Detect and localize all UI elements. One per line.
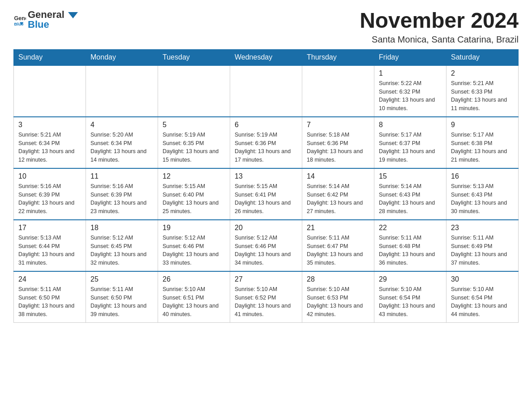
day-number: 25 bbox=[90, 275, 153, 283]
cell-week1-day2 bbox=[86, 65, 158, 117]
day-number: 28 bbox=[307, 275, 369, 283]
day-info: Sunrise: 5:22 AMSunset: 6:32 PMDaylight:… bbox=[379, 79, 442, 113]
cell-week3-day1: 10Sunrise: 5:16 AMSunset: 6:39 PMDayligh… bbox=[14, 168, 86, 220]
cell-week4-day5: 21Sunrise: 5:11 AMSunset: 6:47 PMDayligh… bbox=[302, 220, 374, 271]
cell-week4-day1: 17Sunrise: 5:13 AMSunset: 6:44 PMDayligh… bbox=[14, 220, 86, 271]
week-row-4: 17Sunrise: 5:13 AMSunset: 6:44 PMDayligh… bbox=[14, 220, 519, 271]
cell-week2-day7: 9Sunrise: 5:17 AMSunset: 6:38 PMDaylight… bbox=[446, 117, 519, 168]
day-info: Sunrise: 5:11 AMSunset: 6:47 PMDaylight:… bbox=[307, 234, 369, 267]
day-info: Sunrise: 5:10 AMSunset: 6:51 PMDaylight:… bbox=[163, 285, 225, 319]
cell-week5-day1: 24Sunrise: 5:11 AMSunset: 6:50 PMDayligh… bbox=[14, 271, 86, 323]
col-tuesday: Tuesday bbox=[158, 49, 230, 65]
cell-week3-day7: 16Sunrise: 5:13 AMSunset: 6:43 PMDayligh… bbox=[446, 168, 519, 220]
day-number: 6 bbox=[235, 121, 297, 129]
day-info: Sunrise: 5:12 AMSunset: 6:46 PMDaylight:… bbox=[235, 234, 297, 267]
cell-week1-day4 bbox=[230, 65, 302, 117]
cell-week4-day2: 18Sunrise: 5:12 AMSunset: 6:45 PMDayligh… bbox=[86, 220, 158, 271]
day-info: Sunrise: 5:11 AMSunset: 6:49 PMDaylight:… bbox=[451, 234, 514, 267]
cell-week2-day4: 6Sunrise: 5:19 AMSunset: 6:36 PMDaylight… bbox=[230, 117, 302, 168]
cell-week2-day3: 5Sunrise: 5:19 AMSunset: 6:35 PMDaylight… bbox=[158, 117, 230, 168]
day-info: Sunrise: 5:14 AMSunset: 6:43 PMDaylight:… bbox=[379, 182, 442, 216]
cell-week4-day3: 19Sunrise: 5:12 AMSunset: 6:46 PMDayligh… bbox=[158, 220, 230, 271]
day-number: 22 bbox=[379, 224, 442, 232]
page-header: General Blue General Blue November 2024 … bbox=[13, 9, 519, 45]
cell-week3-day6: 15Sunrise: 5:14 AMSunset: 6:43 PMDayligh… bbox=[374, 168, 446, 220]
logo-blue: Blue bbox=[28, 19, 78, 30]
day-info: Sunrise: 5:13 AMSunset: 6:44 PMDaylight:… bbox=[18, 234, 81, 267]
logo: General Blue General Blue bbox=[13, 9, 78, 31]
svg-text:Blue: Blue bbox=[14, 21, 24, 26]
cell-week5-day6: 29Sunrise: 5:10 AMSunset: 6:54 PMDayligh… bbox=[374, 271, 446, 323]
day-number: 7 bbox=[307, 121, 369, 129]
day-info: Sunrise: 5:17 AMSunset: 6:38 PMDaylight:… bbox=[451, 131, 514, 164]
day-info: Sunrise: 5:11 AMSunset: 6:50 PMDaylight:… bbox=[90, 285, 153, 319]
col-sunday: Sunday bbox=[14, 49, 86, 65]
cell-week1-day3 bbox=[158, 65, 230, 117]
cell-week1-day7: 2Sunrise: 5:21 AMSunset: 6:33 PMDaylight… bbox=[446, 65, 519, 117]
day-info: Sunrise: 5:20 AMSunset: 6:34 PMDaylight:… bbox=[90, 131, 153, 164]
title-block: November 2024 Santa Monica, Santa Catari… bbox=[360, 9, 519, 45]
col-friday: Friday bbox=[374, 49, 446, 65]
cell-week3-day5: 14Sunrise: 5:14 AMSunset: 6:42 PMDayligh… bbox=[302, 168, 374, 220]
logo-icon: General Blue bbox=[13, 13, 26, 26]
day-info: Sunrise: 5:10 AMSunset: 6:54 PMDaylight:… bbox=[379, 285, 442, 319]
day-number: 11 bbox=[90, 172, 153, 180]
day-number: 23 bbox=[451, 224, 514, 232]
cell-week1-day6: 1Sunrise: 5:22 AMSunset: 6:32 PMDaylight… bbox=[374, 65, 446, 117]
day-info: Sunrise: 5:15 AMSunset: 6:41 PMDaylight:… bbox=[235, 182, 297, 216]
cell-week4-day7: 23Sunrise: 5:11 AMSunset: 6:49 PMDayligh… bbox=[446, 220, 519, 271]
cell-week5-day4: 27Sunrise: 5:10 AMSunset: 6:52 PMDayligh… bbox=[230, 271, 302, 323]
day-number: 13 bbox=[235, 172, 297, 180]
day-info: Sunrise: 5:10 AMSunset: 6:53 PMDaylight:… bbox=[307, 285, 369, 319]
day-number: 14 bbox=[307, 172, 369, 180]
cell-week4-day6: 22Sunrise: 5:11 AMSunset: 6:48 PMDayligh… bbox=[374, 220, 446, 271]
day-number: 12 bbox=[163, 172, 225, 180]
cell-week2-day5: 7Sunrise: 5:18 AMSunset: 6:36 PMDaylight… bbox=[302, 117, 374, 168]
day-number: 15 bbox=[379, 172, 442, 180]
col-monday: Monday bbox=[86, 49, 158, 65]
day-number: 17 bbox=[18, 224, 81, 232]
cell-week3-day3: 12Sunrise: 5:15 AMSunset: 6:40 PMDayligh… bbox=[158, 168, 230, 220]
location: Santa Monica, Santa Catarina, Brazil bbox=[360, 34, 519, 45]
col-wednesday: Wednesday bbox=[230, 49, 302, 65]
cell-week3-day2: 11Sunrise: 5:16 AMSunset: 6:39 PMDayligh… bbox=[86, 168, 158, 220]
day-info: Sunrise: 5:17 AMSunset: 6:37 PMDaylight:… bbox=[379, 131, 442, 164]
day-info: Sunrise: 5:21 AMSunset: 6:33 PMDaylight:… bbox=[451, 79, 514, 113]
day-number: 5 bbox=[163, 121, 225, 129]
week-row-5: 24Sunrise: 5:11 AMSunset: 6:50 PMDayligh… bbox=[14, 271, 519, 323]
day-info: Sunrise: 5:21 AMSunset: 6:34 PMDaylight:… bbox=[18, 131, 81, 164]
day-info: Sunrise: 5:19 AMSunset: 6:36 PMDaylight:… bbox=[235, 131, 297, 164]
col-saturday: Saturday bbox=[446, 49, 519, 65]
day-number: 3 bbox=[18, 121, 81, 129]
day-info: Sunrise: 5:12 AMSunset: 6:45 PMDaylight:… bbox=[90, 234, 153, 267]
week-row-2: 3Sunrise: 5:21 AMSunset: 6:34 PMDaylight… bbox=[14, 117, 519, 168]
cell-week1-day1 bbox=[14, 65, 86, 117]
day-info: Sunrise: 5:11 AMSunset: 6:48 PMDaylight:… bbox=[379, 234, 442, 267]
day-number: 19 bbox=[163, 224, 225, 232]
day-number: 26 bbox=[163, 275, 225, 283]
day-number: 18 bbox=[90, 224, 153, 232]
day-number: 24 bbox=[18, 275, 81, 283]
day-info: Sunrise: 5:16 AMSunset: 6:39 PMDaylight:… bbox=[90, 182, 153, 216]
day-info: Sunrise: 5:15 AMSunset: 6:40 PMDaylight:… bbox=[163, 182, 225, 216]
day-info: Sunrise: 5:13 AMSunset: 6:43 PMDaylight:… bbox=[451, 182, 514, 216]
cell-week1-day5 bbox=[302, 65, 374, 117]
day-number: 16 bbox=[451, 172, 514, 180]
day-number: 30 bbox=[451, 275, 514, 283]
cell-week3-day4: 13Sunrise: 5:15 AMSunset: 6:41 PMDayligh… bbox=[230, 168, 302, 220]
day-info: Sunrise: 5:12 AMSunset: 6:46 PMDaylight:… bbox=[163, 234, 225, 267]
day-info: Sunrise: 5:14 AMSunset: 6:42 PMDaylight:… bbox=[307, 182, 369, 216]
svg-marker-3 bbox=[68, 12, 78, 18]
day-number: 29 bbox=[379, 275, 442, 283]
cell-week5-day2: 25Sunrise: 5:11 AMSunset: 6:50 PMDayligh… bbox=[86, 271, 158, 323]
calendar-header-row: Sunday Monday Tuesday Wednesday Thursday… bbox=[14, 49, 519, 65]
svg-text:General: General bbox=[14, 16, 26, 22]
day-info: Sunrise: 5:19 AMSunset: 6:35 PMDaylight:… bbox=[163, 131, 225, 164]
month-title: November 2024 bbox=[360, 9, 519, 33]
day-number: 10 bbox=[18, 172, 81, 180]
day-number: 27 bbox=[235, 275, 297, 283]
day-number: 9 bbox=[451, 121, 514, 129]
cell-week5-day7: 30Sunrise: 5:10 AMSunset: 6:54 PMDayligh… bbox=[446, 271, 519, 323]
day-number: 8 bbox=[379, 121, 442, 129]
day-info: Sunrise: 5:10 AMSunset: 6:52 PMDaylight:… bbox=[235, 285, 297, 319]
